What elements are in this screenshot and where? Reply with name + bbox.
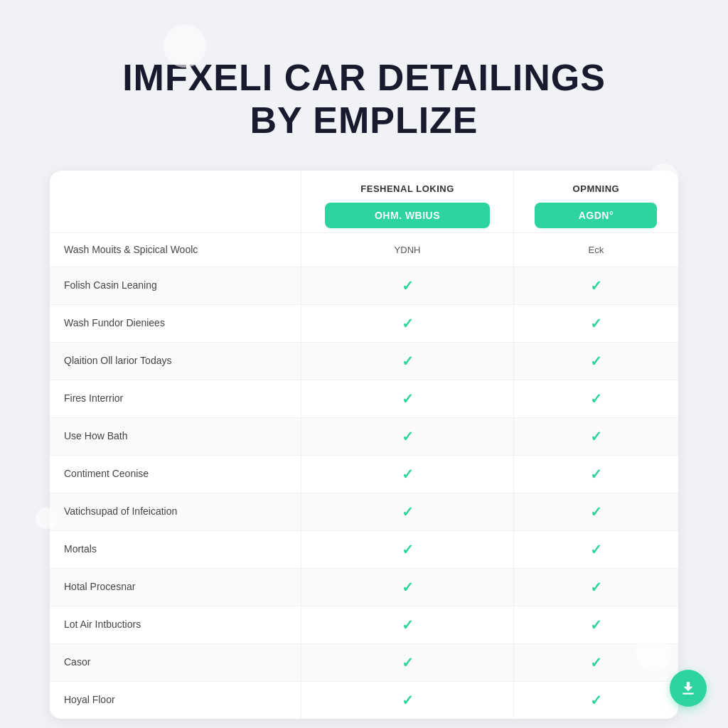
check-icon: ✓ [590,579,602,595]
table-row: Contiment Ceonise✓✓ [50,456,678,493]
col1-value-cell: ✓ [301,569,514,606]
feature-name-cell: Hotal Procesnar [50,569,301,606]
check-icon: ✓ [402,579,414,595]
col1-value-cell: ✓ [301,531,514,569]
feature-name-cell: Wash Fundor Dieniees [50,305,301,343]
feature-name-cell: Mortals [50,531,301,569]
col1-value-cell: ✓ [301,682,514,719]
col2-value-cell: ✓ [513,493,678,531]
table-row: Lot Air Intbuctiors✓✓ [50,606,678,644]
feature-name-cell: Hoyal Floor [50,682,301,719]
col2-label-text: OPMNING [573,183,620,194]
check-icon: ✓ [590,278,602,294]
feature-name-cell: Qlaition Oll larior Todays [50,343,301,380]
table-row: Qlaition Oll larior Todays✓✓ [50,343,678,380]
feature-name-cell: Contiment Ceonise [50,456,301,493]
col2-btn-cell: AGDN° [513,198,678,233]
deco-circle-2 [650,164,678,192]
col1-value-cell: ✓ [301,267,514,305]
check-icon: ✓ [590,655,602,670]
check-icon: ✓ [590,504,602,520]
comparison-table-wrapper: FESHENAL LOKING OPMNING OHM. WBIUS AGDN° [50,171,678,719]
check-icon: ✓ [402,542,414,557]
comparison-table: FESHENAL LOKING OPMNING OHM. WBIUS AGDN° [50,171,678,719]
title-line2: BY EMPLIZE [250,100,478,141]
feature-name-cell: Use How Bath [50,418,301,456]
page-container: IMFXELI CAR DETAILINGS BY EMPLIZE FESHEN… [14,14,714,728]
deco-circle-1 [164,25,206,68]
feature-col-header [50,171,301,198]
check-icon: ✓ [590,429,602,444]
col2-value-cell: ✓ [513,456,678,493]
check-icon: ✓ [402,655,414,670]
col1-value-cell: ✓ [301,644,514,682]
feature-name-cell: Lot Air Intbuctiors [50,606,301,644]
col1-btn-cell: OHM. WBIUS [301,198,514,233]
check-icon: ✓ [402,429,414,444]
col1-header-label: FESHENAL LOKING [301,171,514,198]
table-row: Wash Fundor Dieniees✓✓ [50,305,678,343]
check-icon: ✓ [590,617,602,633]
value-text: Eck [589,245,604,255]
check-icon: ✓ [402,504,414,520]
col1-value-cell: ✓ [301,343,514,380]
col2-value-cell: ✓ [513,305,678,343]
check-icon: ✓ [402,617,414,633]
col1-plan-button[interactable]: OHM. WBIUS [325,203,490,228]
col2-plan-button[interactable]: AGDN° [535,203,657,228]
feature-name-cell: Casor [50,644,301,682]
feature-col-btn-spacer [50,198,301,233]
table-row: Wash Mouits & Spicical WoolcYDNHEck [50,232,678,267]
check-icon: ✓ [402,692,414,708]
deco-circle-4 [636,636,671,671]
col1-value-cell: ✓ [301,493,514,531]
col1-value-cell: ✓ [301,380,514,418]
fab-button[interactable] [670,670,707,707]
check-icon: ✓ [590,316,602,331]
table-row: Use How Bath✓✓ [50,418,678,456]
col2-value-cell: ✓ [513,380,678,418]
header-labels-row: FESHENAL LOKING OPMNING [50,171,678,198]
check-icon: ✓ [590,353,602,369]
check-icon: ✓ [590,542,602,557]
col2-value-cell: ✓ [513,531,678,569]
table-row: Hoyal Floor✓✓ [50,682,678,719]
check-icon: ✓ [590,391,602,407]
table-row: Mortals✓✓ [50,531,678,569]
col2-value-cell: ✓ [513,682,678,719]
col1-label-text: FESHENAL LOKING [360,183,454,194]
value-text: YDNH [395,245,421,255]
deco-circle-3 [36,508,57,529]
download-icon [679,679,697,697]
col2-value-cell: ✓ [513,569,678,606]
col2-value-cell: ✓ [513,343,678,380]
col1-value-cell: ✓ [301,606,514,644]
table-row: Casor✓✓ [50,644,678,682]
col2-value-cell: ✓ [513,418,678,456]
col1-value-cell: ✓ [301,456,514,493]
check-icon: ✓ [402,353,414,369]
col1-value-cell: YDNH [301,232,514,267]
table-row: Fires Interrior✓✓ [50,380,678,418]
table-row: Vatichsupad of Infeication✓✓ [50,493,678,531]
table-row: Hotal Procesnar✓✓ [50,569,678,606]
col2-value-cell: Eck [513,232,678,267]
feature-name-cell: Wash Mouits & Spicical Woolc [50,232,301,267]
feature-name-cell: Folish Casin Leaning [50,267,301,305]
col1-value-cell: ✓ [301,418,514,456]
col2-value-cell: ✓ [513,267,678,305]
check-icon: ✓ [590,692,602,708]
check-icon: ✓ [402,466,414,482]
title-section: IMFXELI CAR DETAILINGS BY EMPLIZE [43,36,685,171]
col1-value-cell: ✓ [301,305,514,343]
check-icon: ✓ [402,316,414,331]
main-title: IMFXELI CAR DETAILINGS BY EMPLIZE [43,57,685,142]
check-icon: ✓ [402,278,414,294]
table-row: Folish Casin Leaning✓✓ [50,267,678,305]
header-buttons-row: OHM. WBIUS AGDN° [50,198,678,233]
feature-name-cell: Fires Interrior [50,380,301,418]
table-body: Wash Mouits & Spicical WoolcYDNHEckFolis… [50,232,678,719]
check-icon: ✓ [402,391,414,407]
check-icon: ✓ [590,466,602,482]
feature-name-cell: Vatichsupad of Infeication [50,493,301,531]
